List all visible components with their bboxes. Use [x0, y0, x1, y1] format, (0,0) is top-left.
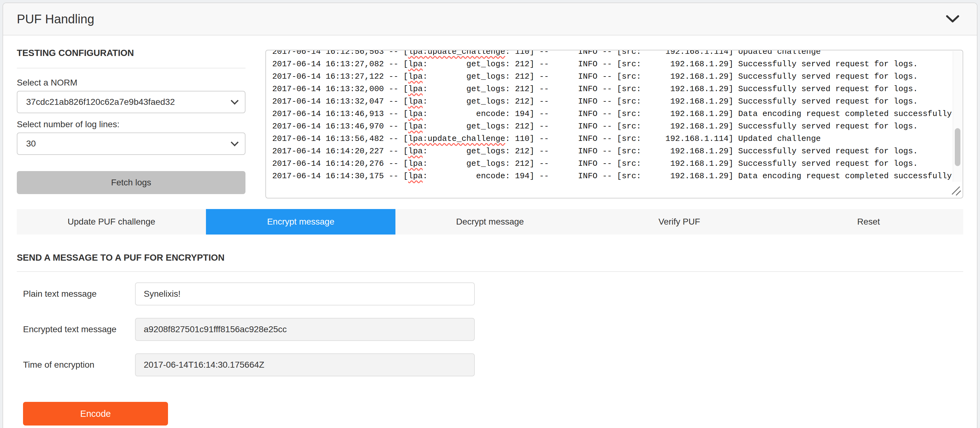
log-line: 2017-06-14 16:13:46,970 -- [lpa: get_log…: [272, 120, 947, 132]
form-row: Encrypted text message: [23, 318, 963, 341]
log-line: 2017-06-14 16:13:56,482 -- [lpa:update_c…: [272, 132, 947, 145]
log-lines-label: Select number of log lines:: [17, 119, 245, 130]
norm-select-value: 37cdc21ab826f120c62a7e9b43faed32: [26, 97, 175, 107]
spellcheck-underline: lpa: [408, 59, 423, 69]
puf-handling-panel: PUF Handling TESTING CONFIGURATION Selec…: [3, 3, 977, 428]
encryption-form: Plain text messageEncrypted text message…: [23, 282, 963, 376]
form-row: Time of encryption: [23, 353, 963, 376]
panel-body: TESTING CONFIGURATION Select a NORM 37cd…: [3, 35, 977, 428]
spellcheck-underline: lpa:update_challenge: [408, 134, 505, 143]
spellcheck-underline: lpa: [408, 159, 423, 168]
log-line: 2017-06-14 16:13:32,000 -- [lpa: get_log…: [272, 83, 947, 95]
tab-encrypt-message[interactable]: Encrypt message: [206, 209, 395, 234]
spellcheck-underline: lpa: [408, 84, 423, 94]
log-line: 2017-06-14 16:12:56,563 -- [lpa:update_c…: [272, 50, 947, 58]
log-lines-select-value: 30: [26, 139, 36, 149]
spellcheck-underline: lpa: [408, 146, 423, 156]
log-content: 2017-06-14 16:12:56,563 -- [lpa:update_c…: [272, 50, 947, 182]
log-line: 2017-06-14 16:13:27,122 -- [lpa: get_log…: [272, 70, 947, 83]
spellcheck-underline: lpa: [408, 109, 423, 119]
log-line: 2017-06-14 16:14:20,276 -- [lpa: get_log…: [272, 158, 947, 170]
log-line: 2017-06-14 16:13:27,082 -- [lpa: get_log…: [272, 58, 947, 70]
time-of-encryption-label: Time of encryption: [23, 360, 135, 370]
page: PUF Handling TESTING CONFIGURATION Selec…: [0, 0, 980, 428]
log-line: 2017-06-14 16:13:46,913 -- [lpa: encode:…: [272, 108, 947, 120]
divider: [17, 271, 963, 272]
scrollbar-track[interactable]: [953, 51, 962, 181]
resize-grip-icon[interactable]: [950, 184, 961, 197]
log-output-textarea[interactable]: 2017-06-14 16:12:56,563 -- [lpa:update_c…: [266, 50, 963, 199]
chevron-down-icon: [231, 138, 239, 146]
tab-bar: Update PUF challengeEncrypt messageDecry…: [17, 209, 963, 234]
testing-configuration: TESTING CONFIGURATION Select a NORM 37cd…: [17, 35, 245, 199]
tab-reset[interactable]: Reset: [774, 209, 963, 234]
encode-button[interactable]: Encode: [23, 402, 168, 425]
log-lines-select[interactable]: 30: [17, 132, 245, 155]
spellcheck-underline: lpa: [408, 97, 423, 106]
tab-decrypt-message[interactable]: Decrypt message: [395, 209, 585, 234]
log-line: 2017-06-14 16:14:20,227 -- [lpa: get_log…: [272, 145, 947, 158]
encrypted-text-message-input[interactable]: [135, 318, 475, 341]
tab-verify-puf[interactable]: Verify PUF: [585, 209, 774, 234]
chevron-down-icon: [946, 15, 959, 23]
log-line: 2017-06-14 16:13:32,047 -- [lpa: get_log…: [272, 95, 947, 108]
norm-select[interactable]: 37cdc21ab826f120c62a7e9b43faed32: [17, 91, 245, 113]
scrollbar-thumb[interactable]: [955, 128, 960, 166]
fetch-logs-button[interactable]: Fetch logs: [17, 171, 245, 194]
top-section: TESTING CONFIGURATION Select a NORM 37cd…: [17, 35, 963, 199]
spellcheck-underline: lpa: [408, 122, 423, 131]
spellcheck-underline: lpa: [408, 72, 423, 81]
panel-title: PUF Handling: [17, 12, 94, 26]
divider: [17, 68, 245, 68]
log-line: 2017-06-14 16:14:30,175 -- [lpa: encode:…: [272, 170, 947, 182]
chevron-down-icon: [231, 97, 239, 105]
time-of-encryption-input[interactable]: [135, 353, 475, 376]
encrypted-text-message-label: Encrypted text message: [23, 325, 135, 334]
plain-text-message-input[interactable]: [135, 282, 475, 305]
spellcheck-underline: lpa:update_challenge: [408, 50, 505, 56]
plain-text-message-label: Plain text message: [23, 289, 135, 299]
norm-label: Select a NORM: [17, 77, 245, 88]
config-heading: TESTING CONFIGURATION: [17, 47, 245, 59]
spellcheck-underline: lpa: [408, 171, 423, 181]
encrypt-section-heading: SEND A MESSAGE TO A PUF FOR ENCRYPTION: [17, 252, 963, 263]
tab-update-puf-challenge[interactable]: Update PUF challenge: [17, 209, 206, 234]
accordion-header[interactable]: PUF Handling: [3, 3, 977, 35]
form-row: Plain text message: [23, 282, 963, 305]
